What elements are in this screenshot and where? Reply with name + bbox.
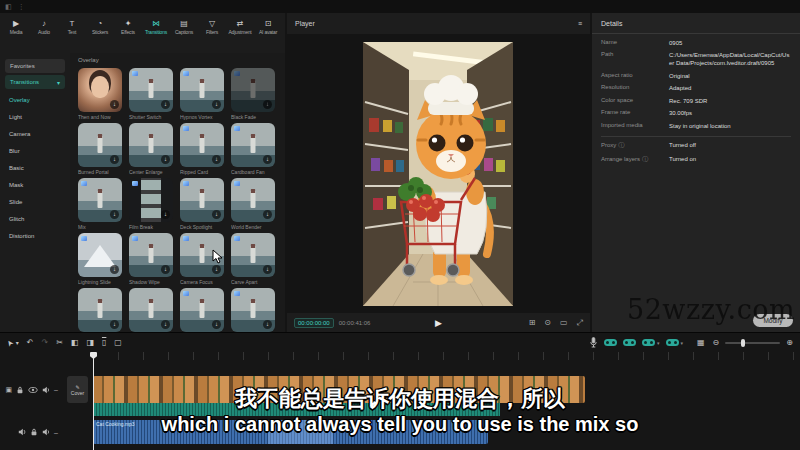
render-preview-icon[interactable]: ▦ bbox=[697, 339, 705, 347]
redo-icon[interactable]: ↷ bbox=[41, 339, 48, 347]
download-icon[interactable]: ↓ bbox=[263, 320, 272, 329]
download-icon[interactable]: ↓ bbox=[212, 155, 221, 164]
transition-item[interactable]: ↓World Bender bbox=[231, 178, 279, 230]
transition-thumbnail: ↓ bbox=[180, 288, 224, 332]
transition-item[interactable]: ↓ bbox=[78, 288, 126, 332]
transition-item[interactable]: ↓Cardboard Fan bbox=[231, 123, 279, 175]
auto-ripple-toggle-icon[interactable] bbox=[666, 339, 679, 346]
download-icon[interactable]: ↓ bbox=[263, 210, 272, 219]
fullscreen-icon[interactable]: ⤢ bbox=[577, 318, 583, 328]
delete-left-icon[interactable]: ◧ bbox=[71, 339, 79, 347]
download-icon[interactable]: ↓ bbox=[212, 265, 221, 274]
timeline-zoom-slider[interactable] bbox=[725, 342, 780, 344]
transition-item[interactable]: ↓Burned Portal bbox=[78, 123, 126, 175]
transition-item[interactable]: ↓Carve Apart bbox=[231, 233, 279, 285]
sidebar-item-camera[interactable]: Camera bbox=[0, 125, 70, 142]
transition-item[interactable]: ↓Ripped Card bbox=[180, 123, 228, 175]
download-icon[interactable]: ↓ bbox=[212, 100, 221, 109]
transition-item[interactable]: ↓Shadow Wipe bbox=[129, 233, 177, 285]
sidebar-favorites-button[interactable]: Favorites bbox=[5, 59, 65, 73]
transition-item[interactable]: ↓Deck Spotlight bbox=[180, 178, 228, 230]
main-toolbar: ▶Media ♪Audio TText ◔Stickers ✦Effects ⋈… bbox=[0, 13, 285, 40]
tab-audio[interactable]: ♪Audio bbox=[30, 19, 58, 35]
download-icon[interactable]: ↓ bbox=[161, 155, 170, 164]
download-icon[interactable]: ↓ bbox=[212, 320, 221, 329]
download-icon[interactable]: ↓ bbox=[161, 210, 170, 219]
magnet-toggle-icon[interactable] bbox=[604, 339, 617, 346]
sidebar-item-basic[interactable]: Basic bbox=[0, 159, 70, 176]
tab-filters[interactable]: ▽Filters bbox=[198, 19, 226, 35]
player-menu-icon[interactable]: ≡ bbox=[578, 20, 582, 27]
transition-item[interactable]: ↓Hypnos Vortex bbox=[180, 68, 228, 120]
sidebar-item-blur[interactable]: Blur bbox=[0, 142, 70, 159]
sidebar-item-light[interactable]: Light bbox=[0, 108, 70, 125]
transition-item[interactable]: ↓Lightning Slide bbox=[78, 233, 126, 285]
timeline-ruler[interactable] bbox=[93, 352, 800, 360]
collapse-icon[interactable]: ▾ bbox=[57, 79, 60, 86]
play-button[interactable]: ▶ bbox=[435, 318, 442, 328]
player-header: Player ≡ bbox=[287, 13, 590, 34]
download-icon[interactable]: ↓ bbox=[263, 265, 272, 274]
mask-icon[interactable]: ▢ bbox=[114, 339, 122, 347]
sidebar-item-glitch[interactable]: Glitch bbox=[0, 210, 70, 227]
aspect-ratio-icon[interactable]: ▭ bbox=[560, 318, 568, 327]
toggle-caret-icon[interactable]: ▾ bbox=[681, 340, 684, 346]
sidebar-item-distortion[interactable]: Distortion bbox=[0, 227, 70, 244]
menu-icon[interactable]: ◧ bbox=[5, 3, 12, 11]
transition-item[interactable]: ↓Shutter Switch bbox=[129, 68, 177, 120]
snap-preview-icon[interactable]: ⊙ bbox=[544, 318, 551, 327]
download-icon[interactable]: ↓ bbox=[110, 210, 119, 219]
tab-transitions[interactable]: ⋈Transitions bbox=[142, 19, 170, 35]
select-tool-icon[interactable]: ➤ bbox=[5, 337, 15, 347]
toggle-caret-icon[interactable]: ▾ bbox=[657, 340, 660, 346]
detail-label: Frame rate bbox=[601, 109, 669, 117]
download-icon[interactable]: ↓ bbox=[212, 210, 221, 219]
detail-label: Name bbox=[601, 39, 669, 47]
zoom-out-icon[interactable]: ⊖ bbox=[713, 339, 720, 347]
download-icon[interactable]: ↓ bbox=[263, 100, 272, 109]
preview-axis-toggle-icon[interactable] bbox=[642, 339, 655, 346]
undo-icon[interactable]: ↶ bbox=[27, 339, 34, 347]
download-icon[interactable]: ↓ bbox=[110, 320, 119, 329]
tab-effects[interactable]: ✦Effects bbox=[114, 19, 142, 35]
video-preview[interactable] bbox=[363, 42, 513, 306]
download-icon[interactable]: ↓ bbox=[110, 265, 119, 274]
transition-thumbnail: ↓ bbox=[180, 68, 224, 112]
tab-stickers[interactable]: ◔Stickers bbox=[86, 19, 114, 35]
download-icon[interactable]: ↓ bbox=[161, 320, 170, 329]
sidebar-item-slide[interactable]: Slide bbox=[0, 193, 70, 210]
sidebar-item-mask[interactable]: Mask bbox=[0, 176, 70, 193]
download-icon[interactable]: ↓ bbox=[110, 100, 119, 109]
link-toggle-icon[interactable] bbox=[623, 339, 636, 346]
transition-item-hovered[interactable]: ↓Film Break bbox=[129, 178, 177, 230]
split-icon[interactable]: ✂ bbox=[56, 339, 63, 347]
transition-item[interactable]: ↓ bbox=[231, 288, 279, 332]
transition-item[interactable]: ↓ bbox=[180, 288, 228, 332]
download-icon[interactable]: ↓ bbox=[263, 155, 272, 164]
more-icon[interactable]: ⋮ bbox=[18, 3, 25, 11]
zoom-in-icon[interactable]: ⊕ bbox=[786, 339, 793, 347]
transition-thumbnail: ↓ bbox=[180, 178, 224, 222]
download-icon[interactable]: ↓ bbox=[161, 100, 170, 109]
delete-right-icon[interactable]: ◨ bbox=[86, 339, 94, 347]
zoom-slider-handle[interactable] bbox=[741, 339, 745, 347]
voiceover-mic-icon[interactable] bbox=[589, 337, 598, 348]
download-icon[interactable]: ↓ bbox=[110, 155, 119, 164]
tab-captions[interactable]: ▤Captions bbox=[170, 19, 198, 35]
sidebar-item-overlay[interactable]: Overlay bbox=[0, 91, 70, 108]
tab-text[interactable]: TText bbox=[58, 19, 86, 35]
tab-media[interactable]: ▶Media bbox=[2, 19, 30, 35]
sidebar-transitions-button[interactable]: Transitions▾ bbox=[5, 75, 65, 89]
transition-item[interactable]: ↓ bbox=[129, 288, 177, 332]
transition-item[interactable]: ↓Center Enlarge bbox=[129, 123, 177, 175]
transition-item[interactable]: ↓Then and Now bbox=[78, 68, 126, 120]
transition-item[interactable]: ↓Mix bbox=[78, 178, 126, 230]
download-icon[interactable]: ↓ bbox=[161, 265, 170, 274]
tab-adjustment[interactable]: ⇄Adjustment bbox=[226, 19, 254, 35]
delete-icon[interactable]: ▯ bbox=[102, 339, 106, 347]
mirror-preview-icon[interactable]: ⊞ bbox=[529, 318, 536, 327]
transition-item[interactable]: ↓Black Fade bbox=[231, 68, 279, 120]
select-tool-caret-icon[interactable]: ▾ bbox=[16, 340, 19, 346]
tab-ai-avatar[interactable]: ⊡AI avatar bbox=[254, 19, 282, 35]
current-timecode: 00:00:00:00 bbox=[294, 318, 334, 328]
